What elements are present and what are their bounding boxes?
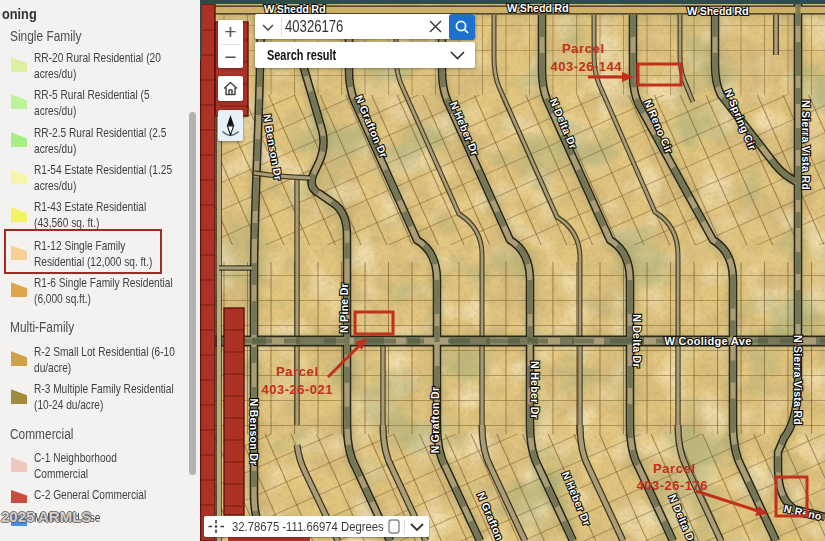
svg-text:W Shedd Rd: W Shedd Rd [687,5,749,17]
svg-text:403-26-144: 403-26-144 [551,59,623,74]
svg-text:W Coolidge Ave: W Coolidge Ave [664,335,751,347]
svg-text:N Delta Dr: N Delta Dr [631,314,643,368]
svg-text:N Sierra Vista Rd: N Sierra Vista Rd [792,335,804,425]
svg-text:N Pine Dr: N Pine Dr [338,283,350,333]
svg-text:W Shedd Rd: W Shedd Rd [507,2,569,14]
svg-text:N Grafton Dr: N Grafton Dr [429,387,441,454]
svg-text:N Sierra Vista Rd: N Sierra Vista Rd [800,100,812,190]
svg-text:Parcel: Parcel [562,41,604,56]
svg-text:N Heber Dr: N Heber Dr [529,361,541,419]
svg-text:403-26-021: 403-26-021 [262,382,333,397]
svg-text:Parcel: Parcel [276,364,318,379]
svg-text:N Benson Dr: N Benson Dr [248,399,260,466]
svg-text:Parcel: Parcel [653,461,695,476]
